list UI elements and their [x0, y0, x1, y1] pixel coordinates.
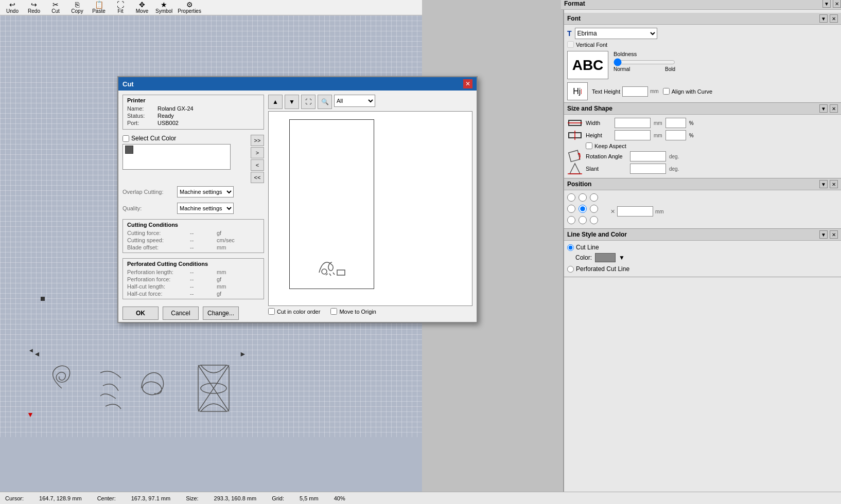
fit-icon: ⛶ [117, 1, 124, 8]
align-curve-checkbox[interactable] [663, 88, 670, 95]
pos-tl[interactable] [567, 193, 575, 202]
pos-tc[interactable] [579, 193, 587, 202]
perforated-cut-radio[interactable] [567, 266, 574, 273]
redo-icon: ↪ [31, 1, 37, 8]
format-collapse-button[interactable]: ▼ [822, 0, 831, 8]
boldness-label: Boldness [614, 51, 675, 57]
halfcut-force-label: Half-cut force: [127, 291, 189, 297]
fit-button[interactable]: ⛶ Fit [110, 1, 131, 14]
svg-rect-8 [569, 150, 580, 161]
properties-button[interactable]: ⚙ Properties [176, 1, 203, 14]
text-height-row: Hj | Text Height 0 mm Align with Curve [567, 82, 838, 100]
halfcut-length-label: Half-cut length: [127, 283, 189, 290]
text-height-input[interactable]: 0 [622, 86, 648, 97]
speed-unit: cm/sec [217, 237, 248, 243]
position-collapse-button[interactable]: ▼ [819, 180, 828, 188]
rotation-input[interactable]: 0 [630, 151, 666, 161]
height-pct-input[interactable]: 100 [665, 130, 686, 140]
font-preview-row: ABC Boldness Normal Bold [567, 51, 838, 79]
position-grid [567, 193, 600, 226]
rotation-unit: deg. [669, 154, 679, 159]
keep-aspect-checkbox[interactable] [586, 142, 592, 149]
rotation-icon [567, 151, 583, 161]
printer-port-row: Port: USB002 [127, 120, 259, 126]
zoom-preview-button[interactable]: 🔍 [318, 95, 332, 109]
halfcut-force-unit: gf [217, 291, 248, 297]
fit-preview-button[interactable]: ⛶ [301, 95, 316, 109]
color-row: Color: ▼ [575, 253, 838, 262]
move-all-right-btn[interactable]: >> [251, 135, 264, 146]
font-close-button[interactable]: ✕ [830, 14, 838, 23]
linestyle-collapse-button[interactable]: ▼ [819, 230, 828, 239]
move-left-btn[interactable]: < [251, 159, 264, 171]
pos-tr[interactable] [590, 193, 598, 202]
format-close-button[interactable]: ✕ [833, 0, 841, 8]
pos-bl[interactable] [567, 216, 575, 224]
font-name-select[interactable]: Ebrima [575, 28, 657, 39]
grid-value: 5,5 mm [300, 495, 319, 501]
pos-mc[interactable] [579, 205, 587, 213]
move-button[interactable]: ✥ Move [132, 1, 152, 14]
format-header-buttons: ▼ ✕ [822, 0, 841, 8]
cut-right-panel: ▲ ▼ ⛶ 🔍 All [268, 95, 472, 317]
height-icon [567, 130, 583, 140]
undo-button[interactable]: ↩ Undo [2, 1, 23, 14]
boldness-slider[interactable] [614, 58, 675, 66]
slant-row: Slant 0 deg. [567, 164, 838, 174]
position-close-button[interactable]: ✕ [830, 180, 838, 188]
boldness-section: Boldness Normal Bold [614, 51, 675, 72]
paste-button[interactable]: 📋 Paste [89, 1, 109, 14]
zoom-value: 40% [334, 495, 345, 501]
preview-filter-select[interactable]: All [334, 95, 375, 107]
cancel-button[interactable]: Cancel [163, 307, 199, 320]
rotation-label: Rotation Angle [586, 153, 627, 159]
ok-button[interactable]: OK [122, 307, 159, 320]
color-swatch [125, 146, 133, 154]
width-pct-input[interactable]: 100 [665, 118, 686, 128]
height-input[interactable]: 160.83 [615, 130, 651, 140]
overlap-select[interactable]: Machine settings [177, 186, 234, 197]
select-cut-color-checkbox[interactable] [122, 135, 129, 142]
perforated-conditions-label: Perforated Cutting Conditions [127, 261, 259, 267]
force-unit: gf [217, 230, 248, 236]
scroll-down-button[interactable]: ▼ [285, 95, 299, 109]
text-height-label: Text Height [592, 88, 620, 95]
color-list[interactable] [122, 144, 231, 170]
pos-br[interactable] [590, 216, 598, 224]
position-x-input[interactable]: 167.275 [617, 206, 653, 217]
slant-icon-svg [568, 161, 582, 176]
size-collapse-button[interactable]: ▼ [819, 104, 828, 113]
move-all-left-btn[interactable]: << [251, 172, 264, 183]
move-origin-checkbox[interactable] [330, 308, 337, 315]
linestyle-close-button[interactable]: ✕ [830, 230, 838, 239]
width-input[interactable]: 293.385 [615, 118, 651, 128]
width-row: Width 293.385 mm 100 % [567, 118, 838, 128]
pos-bc[interactable] [579, 216, 587, 224]
vertical-font-checkbox[interactable] [567, 41, 574, 48]
status-label: Status: [127, 113, 155, 119]
vertical-font-label: Vertical Font [576, 42, 607, 48]
slant-input[interactable]: 0 [630, 164, 666, 174]
cut-line-radio[interactable] [567, 244, 574, 251]
cut-line-label: Cut Line [576, 244, 599, 251]
pos-mr[interactable] [590, 205, 598, 213]
symbol-button[interactable]: ★ Symbol [153, 1, 174, 14]
size-close-button[interactable]: ✕ [830, 104, 838, 113]
size-header-buttons: ▼ ✕ [819, 104, 838, 113]
scroll-up-button[interactable]: ▲ [268, 95, 283, 109]
cut-dialog-close-button[interactable]: ✕ [463, 79, 472, 88]
redo-button[interactable]: ↪ Redo [24, 1, 44, 14]
change-button[interactable]: Change... [203, 307, 239, 320]
cut-button[interactable]: ✂ Cut [45, 1, 66, 14]
move-right-btn[interactable]: > [251, 147, 264, 158]
copy-button[interactable]: ⎘ Copy [67, 1, 87, 14]
offset-label: Blade offset: [127, 244, 189, 250]
hj-preview: Hj | [567, 82, 588, 100]
color-picker-button[interactable] [595, 253, 616, 262]
cut-color-order-checkbox[interactable] [268, 308, 275, 315]
pos-ml[interactable] [567, 205, 575, 213]
font-collapse-button[interactable]: ▼ [819, 14, 828, 23]
quality-select[interactable]: Machine settings [177, 203, 234, 214]
slant-icon [567, 164, 583, 174]
cut-options-row: Cut in color order Move to Origin [268, 308, 472, 315]
